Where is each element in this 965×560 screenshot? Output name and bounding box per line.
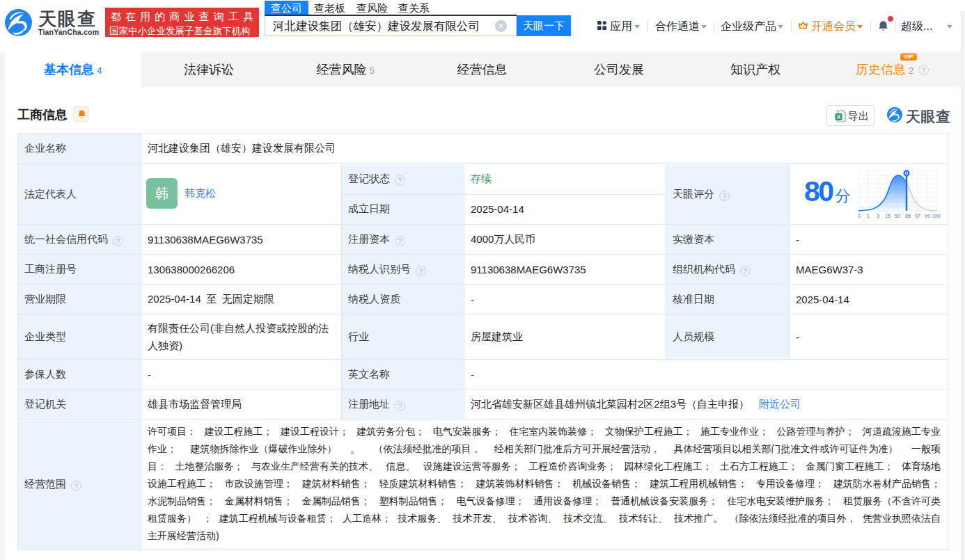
svg-text:15: 15 xyxy=(885,214,891,218)
svg-text:1: 1 xyxy=(867,214,870,218)
svg-text:3: 3 xyxy=(877,214,879,218)
svg-text:X: X xyxy=(837,113,841,120)
svg-text:97: 97 xyxy=(915,214,920,218)
svg-text:100: 100 xyxy=(932,214,941,218)
svg-text:85: 85 xyxy=(905,214,911,218)
svg-text:99: 99 xyxy=(925,214,930,218)
svg-text:0: 0 xyxy=(858,214,861,218)
svg-text:50: 50 xyxy=(895,214,900,218)
